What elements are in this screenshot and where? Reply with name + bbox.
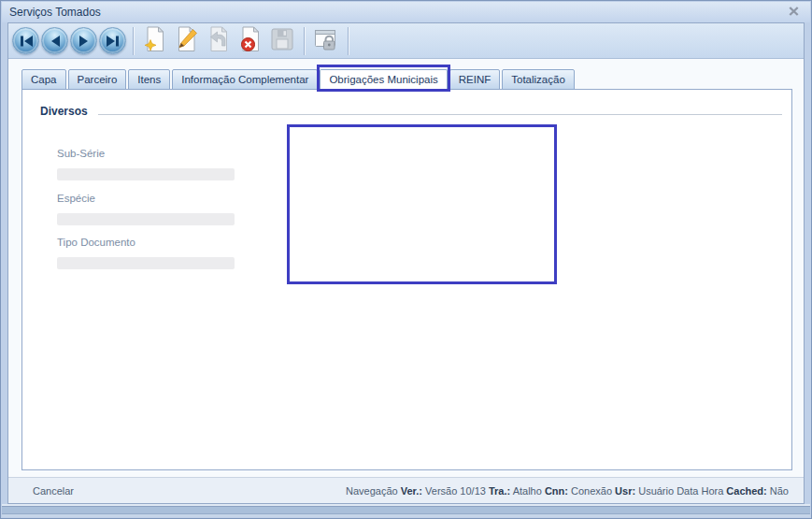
tipo-documento-field[interactable]: [57, 257, 235, 269]
status-segment: Conexão: [568, 485, 615, 497]
security-button[interactable]: [311, 26, 341, 56]
window-title: Serviços Tomados: [9, 6, 101, 19]
title-bar: Serviços Tomados: [2, 2, 810, 22]
especie-field[interactable]: [57, 213, 235, 225]
tab-label: Itens: [137, 74, 161, 85]
prior-record-button[interactable]: [41, 27, 68, 54]
nav-next-icon: [78, 36, 90, 47]
tipo-documento-label: Tipo Documento: [57, 237, 135, 248]
document-undo-icon: [207, 26, 231, 56]
save-disk-icon: [270, 27, 294, 55]
tab-informacao-complementar[interactable]: Informação Complementar: [172, 69, 318, 90]
tab-totalizacao[interactable]: Totalização: [502, 69, 575, 90]
toolbar-separator: [304, 27, 305, 55]
status-right-text: Navegação Ver.: Versão 10/13 Tra.: Atalh…: [346, 485, 789, 497]
groupbox-divider-line: [98, 114, 782, 115]
status-segment: Atalho: [510, 485, 545, 497]
status-segment: Versão 10/13: [422, 485, 489, 497]
nav-last-icon: [107, 36, 120, 47]
save-record-button[interactable]: [267, 26, 297, 56]
client-area: Capa Parceiro Itens Informação Complemen…: [7, 22, 805, 504]
next-record-button[interactable]: [70, 27, 97, 54]
document-delete-icon: [238, 26, 263, 56]
window-lock-icon: [314, 27, 338, 55]
tab-label: Parceiro: [78, 74, 118, 85]
new-record-button[interactable]: [140, 26, 170, 56]
nav-first-icon: [20, 36, 33, 47]
especie-label: Espécie: [57, 193, 95, 204]
status-segment: Cnn:: [545, 485, 568, 497]
tab-capa[interactable]: Capa: [21, 69, 66, 90]
groupbox-diversos-title: Diversos: [40, 105, 88, 118]
status-segment: Usuário Data Hora: [635, 485, 726, 497]
close-button[interactable]: [786, 6, 801, 19]
last-record-button[interactable]: [99, 27, 126, 54]
sub-serie-label: Sub-Série: [57, 148, 105, 159]
app-window: Serviços Tomados: [0, 0, 812, 519]
tab-label: Capa: [31, 74, 57, 85]
tab-panel-obrigacoes-municipais: Diversos Sub-Série Espécie Tipo Document…: [21, 89, 792, 470]
delete-record-button[interactable]: [235, 26, 265, 56]
toolbar-separator: [348, 27, 349, 55]
status-segment: Ver.:: [401, 485, 422, 497]
window-bottom-frame: [2, 504, 810, 517]
status-cancel-label: Cancelar: [33, 485, 74, 497]
toolbar: [8, 23, 804, 59]
tab-obrigacoes-municipais[interactable]: Obrigações Municipais: [320, 69, 447, 90]
close-icon: [789, 6, 799, 19]
undo-record-button[interactable]: [204, 26, 234, 56]
sub-serie-field[interactable]: [57, 168, 235, 180]
tab-reinf[interactable]: REINF: [449, 69, 501, 90]
tab-parceiro[interactable]: Parceiro: [68, 69, 127, 90]
status-segment: Tra.:: [489, 485, 510, 497]
status-segment: Não: [767, 485, 789, 497]
tab-label: REINF: [459, 74, 491, 85]
screenshot-stage: Serviços Tomados: [0, 0, 812, 519]
tab-strip: Capa Parceiro Itens Informação Complemen…: [21, 69, 575, 90]
nav-prior-icon: [50, 36, 61, 47]
tab-itens[interactable]: Itens: [128, 69, 170, 90]
status-bar: Cancelar Navegação Ver.: Versão 10/13 Tr…: [8, 477, 804, 503]
tab-label: Informação Complementar: [181, 74, 308, 85]
status-segment: Navegação: [346, 485, 401, 497]
tab-label: Totalização: [511, 74, 565, 85]
document-new-icon: [143, 26, 167, 56]
first-record-button[interactable]: [12, 27, 39, 54]
tab-label: Obrigações Municipais: [329, 74, 437, 85]
toolbar-separator: [133, 27, 134, 55]
document-edit-icon: [175, 26, 199, 56]
status-segment: Cached:: [726, 485, 766, 497]
status-segment: Usr:: [615, 485, 635, 497]
edit-record-button[interactable]: [172, 26, 202, 56]
